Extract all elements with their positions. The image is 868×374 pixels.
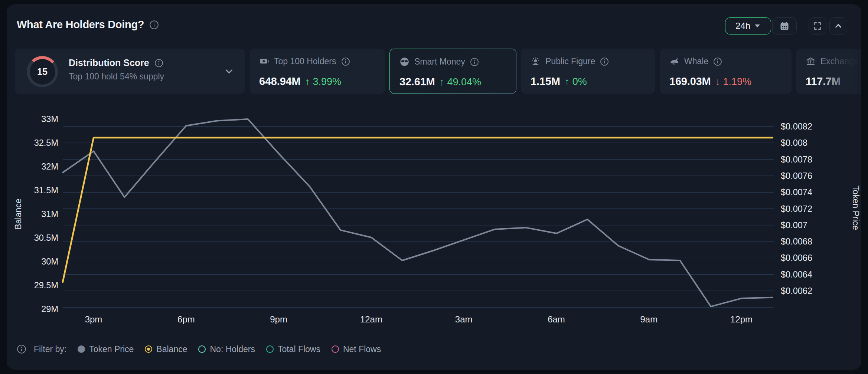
token-price-marker [78, 345, 85, 353]
price-axis-tick: $0.0072 [781, 204, 812, 214]
no-holders-marker [198, 345, 206, 353]
price-axis-title: Token Price [851, 186, 861, 230]
holders-chart: 33M32.5M32M31.5M31M30.5M30M29.5M29M$0.00… [0, 0, 868, 374]
balance-axis-tick: 30.5M [34, 233, 58, 243]
price-axis-tick: $0.0082 [781, 122, 812, 131]
net-flows-marker [332, 345, 339, 353]
price-axis-tick: $0.0062 [781, 286, 812, 296]
balance-axis-tick: 31.5M [34, 186, 58, 195]
x-axis-tick: 9pm [270, 314, 287, 324]
x-axis-tick: 6pm [177, 314, 195, 324]
x-axis-tick: 6am [548, 314, 565, 324]
x-axis-tick: 12pm [730, 314, 753, 324]
price-axis-tick: $0.0066 [781, 253, 812, 263]
balance-axis-tick: 30M [41, 257, 58, 266]
balance-axis-tick: 29M [41, 304, 58, 314]
price-axis-tick: $0.008 [781, 138, 807, 148]
legend-no-holders[interactable]: No: Holders [198, 344, 255, 354]
legend-net-flows[interactable]: Net Flows [332, 344, 381, 354]
price-axis-tick: $0.007 [781, 220, 807, 230]
price-axis-tick: $0.0064 [781, 270, 812, 279]
balance-axis-title: Balance [13, 199, 23, 229]
token-price-line [63, 119, 773, 306]
filter-by-label: Filter by: [34, 344, 66, 354]
x-axis-tick: 12am [360, 314, 382, 324]
x-axis-tick: 3am [455, 314, 473, 324]
price-axis-tick: $0.0078 [781, 155, 812, 164]
balance-marker [145, 345, 152, 353]
filter-bar: Filter by: Token Price Balance No: Holde… [17, 341, 381, 357]
price-axis-tick: $0.0074 [781, 187, 812, 197]
legend-token-price[interactable]: Token Price [78, 344, 134, 354]
legend-total-flows[interactable]: Total Flows [266, 344, 320, 354]
balance-axis-tick: 32.5M [34, 138, 58, 148]
x-axis-tick: 3pm [85, 314, 102, 324]
price-axis-tick: $0.0076 [781, 171, 812, 181]
balance-axis-tick: 31M [41, 209, 58, 219]
price-axis-tick: $0.0068 [781, 237, 812, 246]
balance-axis-tick: 32M [41, 162, 58, 171]
total-flows-marker [266, 345, 274, 353]
info-icon[interactable] [17, 344, 26, 354]
legend-balance[interactable]: Balance [145, 344, 187, 354]
x-axis-tick: 9am [640, 314, 657, 324]
balance-axis-tick: 33M [41, 114, 58, 124]
balance-axis-tick: 29.5M [34, 280, 58, 290]
